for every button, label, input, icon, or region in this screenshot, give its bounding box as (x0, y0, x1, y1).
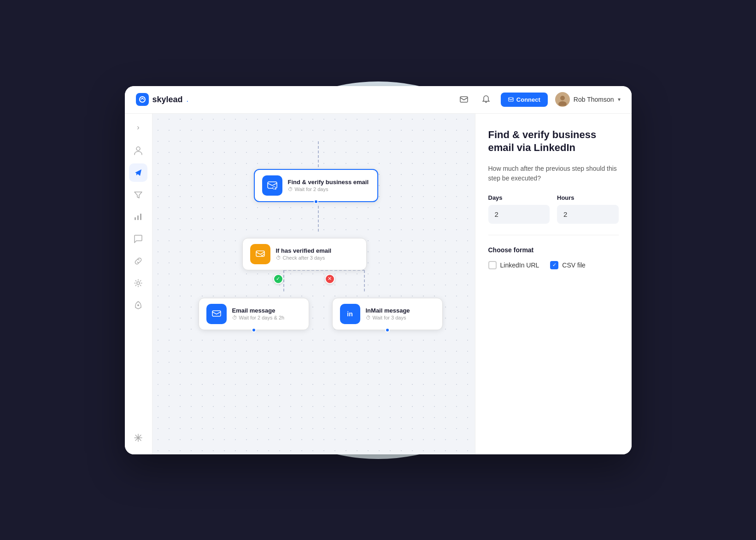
email-message-content: Email message ⏱ Wait for 2 days & 2h (232, 307, 285, 320)
user-profile[interactable]: Rob Thomson ▾ (555, 92, 621, 107)
inmail-message-icon: in (340, 304, 360, 324)
svg-point-0 (140, 97, 145, 102)
connector-dot-email (252, 328, 256, 332)
sidebar-item-campaigns[interactable] (129, 163, 147, 182)
svg-point-6 (136, 147, 140, 151)
find-verify-title: Find & verify business email (288, 179, 369, 186)
svg-rect-7 (135, 217, 136, 220)
checkbox-group: LinkedIn URL ✓ CSV file (488, 261, 619, 269)
branch-yes-dot: ✓ (273, 274, 283, 284)
avatar (555, 92, 570, 107)
sidebar-item-people[interactable] (129, 141, 147, 160)
header: skylead. (125, 86, 632, 114)
main-layout: › (125, 114, 632, 454)
svg-rect-8 (137, 215, 139, 220)
email-message-title: Email message (232, 307, 285, 314)
svg-rect-9 (140, 214, 141, 220)
sidebar-item-settings[interactable] (129, 274, 147, 292)
svg-point-11 (137, 304, 139, 306)
canvas-background: Find & verify business email ⏱ Wait for … (152, 114, 475, 454)
node-email-message[interactable]: Email message ⏱ Wait for 2 days & 2h (199, 298, 309, 330)
clock-icon: ⏱ (288, 186, 293, 192)
branch-no-dot: ✕ (325, 274, 335, 284)
node-inmail-message[interactable]: in InMail message ⏱ Wait for 3 days (332, 298, 443, 330)
form-group-hours: Hours (557, 194, 619, 224)
inmail-message-content: InMail message ⏱ Wait for 3 days (366, 307, 410, 320)
logo-icon (136, 93, 149, 106)
has-verified-title: If has verified email (276, 247, 332, 254)
hours-input[interactable] (557, 205, 619, 224)
clock-icon-2: ⏱ (276, 255, 281, 261)
connector-dot-inmail (385, 328, 390, 332)
sidebar-item-chat[interactable] (129, 230, 147, 248)
svg-rect-21 (212, 311, 221, 316)
right-panel: Find & verify business email via LinkedI… (475, 114, 632, 454)
logo-text: skylead (152, 95, 183, 105)
user-name: Rob Thomson (574, 96, 614, 103)
sidebar-item-launch[interactable] (129, 296, 147, 314)
divider (488, 235, 619, 235)
mail-icon[interactable] (457, 92, 471, 107)
sidebar-item-integrations[interactable] (129, 429, 147, 447)
connector-dot-find-verify (314, 199, 318, 204)
sidebar-item-filter[interactable] (129, 186, 147, 204)
has-verified-content: If has verified email ⏱ Check after 3 da… (276, 247, 332, 261)
has-verified-icon (250, 244, 270, 264)
has-verified-subtitle: ⏱ Check after 3 days (276, 255, 332, 261)
form-group-days: Days (488, 194, 550, 224)
csv-file-label: CSV file (562, 261, 586, 269)
logo: skylead. (136, 93, 189, 106)
app-window: skylead. (125, 86, 632, 454)
linkedin-url-label: LinkedIn URL (500, 261, 539, 269)
connectors-svg (152, 114, 475, 454)
form-row-days-hours: Days Hours (488, 194, 619, 224)
sidebar-item-analytics[interactable] (129, 208, 147, 226)
sidebar-item-links[interactable] (129, 252, 147, 270)
sidebar: › (125, 114, 152, 454)
find-verify-content: Find & verify business email ⏱ Wait for … (288, 179, 369, 192)
find-verify-icon (262, 175, 282, 196)
svg-point-10 (137, 282, 140, 285)
header-right: Connect Rob Thomson ▾ (457, 92, 621, 107)
inmail-message-subtitle: ⏱ Wait for 3 days (366, 315, 410, 320)
svg-point-4 (560, 96, 565, 100)
checkbox-linkedin-url[interactable]: LinkedIn URL (488, 261, 539, 269)
panel-title: Find & verify business email via LinkedI… (488, 128, 619, 155)
node-has-verified[interactable]: If has verified email ⏱ Check after 3 da… (242, 238, 367, 270)
svg-rect-2 (509, 98, 513, 101)
outer-background: skylead. (79, 52, 678, 489)
bell-icon[interactable] (479, 92, 493, 107)
canvas-area[interactable]: Find & verify business email ⏱ Wait for … (152, 114, 475, 454)
email-message-icon (206, 304, 227, 324)
svg-rect-1 (460, 97, 468, 102)
format-label: Choose format (488, 246, 619, 254)
email-message-subtitle: ⏱ Wait for 2 days & 2h (232, 315, 285, 320)
sidebar-toggle[interactable]: › (132, 121, 145, 134)
inmail-message-title: InMail message (366, 307, 410, 314)
checkbox-csv-file[interactable]: ✓ CSV file (550, 261, 586, 269)
chevron-down-icon: ▾ (618, 96, 621, 103)
logo-dot: . (187, 95, 188, 104)
connect-button[interactable]: Connect (501, 93, 548, 107)
panel-subtitle: How much after the previous step should … (488, 164, 619, 183)
clock-icon-3: ⏱ (232, 315, 237, 320)
days-label: Days (488, 194, 550, 201)
svg-rect-20 (256, 251, 264, 256)
days-input[interactable] (488, 205, 550, 224)
hours-label: Hours (557, 194, 619, 201)
linkedin-url-checkbox[interactable] (488, 261, 497, 269)
find-verify-subtitle: ⏱ Wait for 2 days (288, 186, 369, 192)
csv-file-checkbox[interactable]: ✓ (550, 261, 558, 269)
node-find-verify[interactable]: Find & verify business email ⏱ Wait for … (254, 169, 378, 202)
clock-icon-4: ⏱ (366, 315, 371, 320)
